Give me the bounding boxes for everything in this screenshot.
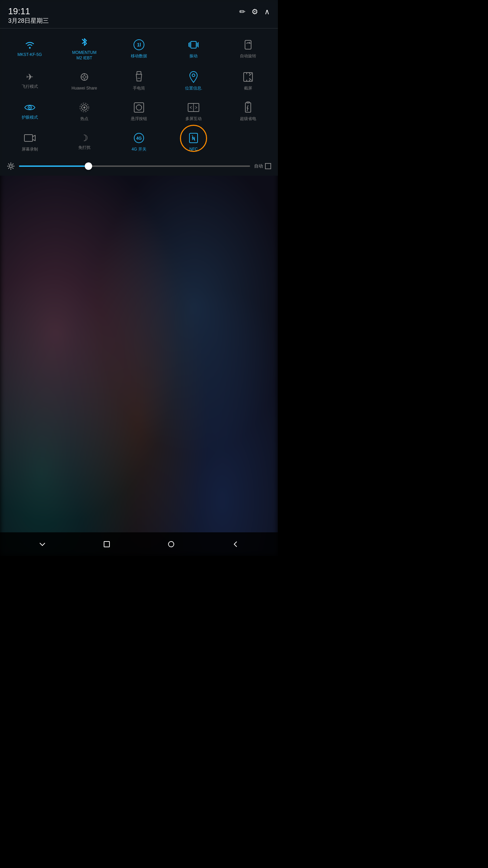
vibrate-icon (187, 39, 200, 51)
wifi-icon (24, 40, 35, 50)
svg-point-24 (29, 107, 30, 108)
svg-rect-35 (24, 135, 33, 141)
tile-hotspot[interactable]: 热点 (58, 97, 110, 125)
tile-location[interactable]: 位置信息. (167, 66, 220, 95)
tile-eye-protect-label: 护眼模式 (22, 115, 38, 120)
tile-huawei-share-label: Huawei Share (72, 86, 97, 91)
tile-wifi-label: MKST-KF-5G (18, 52, 42, 58)
brightness-slider[interactable] (19, 165, 250, 167)
4g-switch-icon: 4G (133, 132, 145, 144)
tile-auto-rotate-label: 自动旋转 (240, 54, 256, 59)
svg-rect-8 (245, 40, 251, 49)
settings-icon[interactable]: ⚙ (251, 7, 258, 16)
flashlight-icon (134, 71, 144, 83)
tile-screenshot[interactable]: 截屏 (222, 66, 274, 95)
collapse-icon[interactable]: ∧ (264, 7, 270, 16)
quick-tiles-grid: MKST-KF-5G MOMENTUM M2 IEBT 1l 移动数据 (0, 28, 278, 159)
tile-airplane[interactable]: ✈ 飞行模式 (3, 66, 56, 95)
status-bar: 19:11 3月28日星期三 ✏ ⚙ ∧ (0, 0, 278, 28)
edit-icon[interactable]: ✏ (239, 7, 245, 16)
svg-point-50 (168, 541, 174, 547)
svg-point-40 (9, 165, 12, 167)
tile-wifi[interactable]: MKST-KF-5G (3, 32, 56, 64)
nav-bar (0, 532, 278, 556)
hotspot-icon (78, 101, 90, 114)
tile-screenshot-label: 截屏 (244, 86, 252, 91)
tile-multi-screen[interactable]: 多屏互动 (167, 97, 220, 125)
tile-flashlight[interactable]: 手电筒 (113, 66, 165, 95)
tile-vibrate-label: 振动 (189, 54, 198, 59)
tile-no-disturb-label: 免打扰 (78, 145, 90, 151)
tile-screen-rec-label: 屏幕录制 (22, 147, 38, 152)
tile-flashlight-label: 手电筒 (133, 86, 145, 91)
status-date: 3月28日星期三 (8, 17, 49, 25)
status-bar-left: 19:11 3月28日星期三 (8, 6, 49, 25)
brightness-auto: 自动 (254, 163, 271, 169)
svg-text:N: N (192, 136, 195, 141)
svg-point-0 (29, 47, 30, 48)
svg-text:4G: 4G (136, 136, 142, 141)
tile-multi-screen-label: 多屏互动 (185, 116, 202, 122)
tile-vibrate[interactable]: 振动 (167, 32, 220, 64)
tile-nfc-label: NFC (189, 147, 198, 152)
tile-bluetooth-label: MOMENTUM M2 IEBT (72, 50, 97, 61)
tile-mobile-data-label: 移动数据 (131, 54, 147, 59)
tile-float-btn-label: 悬浮按钮 (131, 116, 147, 122)
tile-eye-protect[interactable]: 护眼模式 (3, 97, 56, 125)
brightness-row: 自动 (0, 159, 278, 176)
airplane-icon: ✈ (26, 73, 34, 81)
svg-rect-28 (134, 103, 144, 112)
status-icons: ✏ ⚙ ∧ (239, 6, 270, 16)
huawei-share-icon (78, 71, 90, 83)
tile-float-btn[interactable]: 悬浮按钮 (113, 97, 165, 125)
tile-airplane-label: 飞行模式 (22, 84, 38, 90)
nav-recent-icon[interactable] (98, 536, 115, 553)
screen-rec-icon (24, 132, 36, 144)
eye-protect-icon (24, 103, 36, 112)
tile-mobile-data[interactable]: 1l 移动数据 (113, 32, 165, 64)
svg-line-48 (13, 164, 13, 164)
nav-home-icon[interactable] (163, 536, 180, 553)
nfc-icon: N (187, 132, 200, 144)
mobile-data-icon: 1l (133, 39, 145, 51)
brightness-thumb[interactable] (85, 162, 92, 170)
tile-super-save-label: 超级省电 (240, 116, 256, 122)
svg-rect-3 (191, 41, 196, 48)
no-disturb-icon: ☽ (80, 134, 88, 142)
tile-huawei-share[interactable]: Huawei Share (58, 66, 110, 95)
svg-rect-38 (189, 133, 198, 143)
tile-auto-rotate[interactable]: 自动旋转 (222, 32, 274, 64)
brightness-auto-checkbox[interactable] (265, 163, 271, 169)
nav-back-icon[interactable] (227, 536, 244, 553)
svg-text:1l: 1l (137, 42, 141, 47)
tile-4g-switch-label: 4G 开关 (131, 147, 146, 152)
brightness-auto-label: 自动 (254, 163, 263, 169)
svg-line-46 (13, 168, 13, 169)
svg-point-25 (83, 106, 85, 108)
brightness-fill (19, 165, 88, 167)
tile-nfc[interactable]: N NFC (167, 127, 220, 156)
tile-super-save[interactable]: 超级省电 (222, 97, 274, 125)
brightness-icon (7, 162, 15, 170)
svg-line-45 (8, 164, 9, 164)
tile-no-disturb[interactable]: ☽ 免打扰 (58, 127, 110, 156)
svg-point-10 (83, 76, 86, 78)
svg-rect-33 (245, 103, 251, 112)
notification-panel: 19:11 3月28日星期三 ✏ ⚙ ∧ MKST-KF-5G (0, 0, 278, 176)
location-icon (188, 71, 199, 83)
svg-point-17 (192, 74, 195, 77)
svg-point-29 (136, 105, 142, 110)
super-save-icon (244, 101, 252, 114)
float-btn-icon (134, 101, 144, 114)
svg-rect-15 (137, 72, 141, 74)
tile-4g-switch[interactable]: 4G 4G 开关 (113, 127, 165, 156)
status-time: 19:11 (8, 6, 49, 17)
tile-location-label: 位置信息. (185, 86, 202, 91)
nav-down-icon[interactable] (34, 536, 51, 553)
tile-bluetooth[interactable]: MOMENTUM M2 IEBT (58, 32, 110, 64)
svg-rect-49 (104, 541, 109, 547)
tile-screen-rec[interactable]: 屏幕录制 (3, 127, 56, 156)
svg-line-47 (8, 168, 9, 169)
tile-hotspot-label: 热点 (80, 116, 88, 122)
auto-rotate-icon (242, 39, 254, 51)
